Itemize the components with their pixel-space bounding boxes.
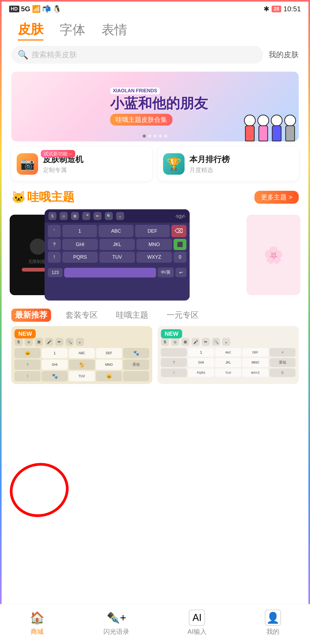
kb-key-abc[interactable]: ABC	[99, 225, 133, 237]
flower-keyboard-preview: 🌸	[247, 215, 300, 295]
skin-card-2-badge: NEW	[161, 329, 182, 338]
sk2-icon-s: S	[161, 338, 169, 346]
sk1-key-1: 1	[42, 348, 68, 358]
skin-maker-card[interactable]: 📷 皮肤制造机 定制专属 试试新功能～	[11, 147, 152, 181]
more-themes-button[interactable]: 更多主题 >	[254, 191, 299, 204]
sk2-row-bot: ! PQRS TUV WXYZ 0	[161, 368, 295, 377]
search-row: 🔍 搜索精美皮肤 我的皮肤	[2, 43, 308, 69]
sub-tab-waohao[interactable]: 哇哦主题	[112, 309, 152, 322]
monthly-chart-card[interactable]: 🏆 本月排行榜 月度精选	[158, 147, 299, 181]
sub-tab-yiyuan[interactable]: 一元专区	[163, 309, 203, 322]
sk2-key-back: ×	[269, 348, 295, 357]
tab-skin[interactable]: 皮肤	[18, 21, 44, 41]
monthly-chart-icon: 🏆	[163, 153, 185, 175]
sk2-key-tuv: TUV	[215, 368, 241, 377]
sk1-icon-down: ⌄	[76, 338, 84, 346]
sk2-key-q: ?	[161, 358, 187, 367]
purple-kb-body: ' 1 ABC DEF ⌫ ? GHI JKL MNO ⬛ !	[45, 223, 190, 266]
kb-space[interactable]	[64, 268, 156, 277]
search-box[interactable]: 🔍 搜索精美皮肤	[11, 46, 263, 64]
kb-key-q[interactable]: ?	[48, 239, 61, 250]
sk1-icon-pen: ✏	[55, 338, 63, 346]
sk1-row-bot: ! 🐾 TUV 😸	[15, 371, 149, 381]
red-circle-annotation	[4, 456, 75, 524]
kb-key-tuv[interactable]: TUV	[99, 252, 135, 263]
sk1-icon-emoji: ☺	[25, 338, 33, 346]
banner[interactable]: XIAOLAN FRIENDS 小蓝和他的朋友 哇哦主题皮肤合集	[11, 72, 299, 141]
kb-key-0[interactable]: 0	[174, 252, 186, 263]
skin-maker-subtitle: 定制专属	[43, 166, 83, 174]
skin-card-1[interactable]: NEW S ☺ ⊞ 🎤 ✏ 🔍 ⌄ 🐱 1 ABC DEF	[11, 326, 152, 384]
nav-my-label: 我的	[266, 627, 279, 636]
sk1-key-ghi: GHI	[42, 360, 68, 370]
skin-maker-badge: 试试新功能～	[41, 150, 75, 158]
kb-icon-s: S	[48, 212, 56, 220]
waohao-title-main: 哇哦主题	[27, 189, 74, 205]
kb-key-lang[interactable]: 中/英	[158, 268, 174, 277]
search-placeholder: 搜索精美皮肤	[32, 50, 77, 60]
nav-flash-quote[interactable]: ✒️+ 闪光语录	[103, 610, 129, 636]
nav-shop[interactable]: 🏠 商城	[29, 610, 45, 636]
kb-row-1: ' 1 ABC DEF ⌫	[48, 225, 186, 237]
skin-card-1-badge: NEW	[15, 329, 36, 338]
bottom-nav: 🏠 商城 ✒️+ 闪光语录 AI AI输入 👤 我的	[0, 604, 310, 644]
waohao-title: 🐱 哇哦主题	[11, 189, 74, 205]
waohao-section-header: 🐱 哇哦主题 更多主题 >	[2, 186, 308, 209]
kb-key-excl[interactable]: !	[48, 252, 61, 263]
purple-keyboard-preview: S ☺ ⊞ 🎤 ✏ 🔍 ⌄ ·sgyi· ' 1 ABC	[45, 209, 190, 301]
kb-key-mno[interactable]: MNO	[136, 239, 172, 250]
kb-icon-mic: 🎤	[82, 212, 90, 220]
sk2-key-wxyz: WXYZ	[242, 368, 268, 377]
purple-kb-icons: S ☺ ⊞ 🎤 ✏ 🔍 ⌄	[48, 212, 124, 220]
banner-text: XIAOLAN FRIENDS 小蓝和他的朋友 哇哦主题皮肤合集	[102, 82, 208, 131]
sk1-key-mno: MNO	[96, 360, 122, 370]
sk1-icon-grid: ⊞	[35, 338, 43, 346]
search-icon: 🔍	[18, 50, 28, 60]
sk2-icon-mic: 🎤	[192, 338, 200, 346]
tab-font[interactable]: 字体	[60, 21, 85, 40]
kb-key-def[interactable]: DEF	[135, 225, 170, 237]
status-left: HD 5G 📶 📬 🐧	[9, 5, 61, 13]
nav-my-icon: 👤	[265, 610, 281, 626]
tab-emoji[interactable]: 表情	[102, 21, 127, 40]
notification-icons: 📬 🐧	[42, 5, 61, 13]
sk2-key-def: DEF	[242, 348, 268, 357]
nav-ai-label: AI输入	[188, 627, 207, 636]
sub-tab-latest[interactable]: 最新推荐	[11, 309, 51, 322]
kb-key-quote[interactable]: '	[48, 225, 61, 237]
kb-key-ghi[interactable]: GHI	[62, 239, 98, 250]
banner-characters	[244, 115, 296, 141]
time-display: 10:51	[283, 5, 301, 13]
sk1-row-top: 🐱 1 ABC DEF 🐾	[15, 348, 149, 358]
monthly-chart-title: 本月排行榜	[189, 154, 230, 165]
kb-key-wxyz[interactable]: WXYZ	[136, 252, 172, 263]
sk2-icon-search: 🔍	[212, 338, 220, 346]
nav-ai-input[interactable]: AI AI输入	[188, 610, 207, 636]
kb-key-123[interactable]: 123	[48, 268, 63, 277]
sk2-key-abc: AbC	[215, 348, 241, 357]
sk2-key-mno: MNO	[242, 358, 268, 367]
keyboard-preview-section: 无限制造 / S ☺ ⊞ 🎤 ✏ 🔍 ⌄ ·sgyi·	[10, 209, 300, 301]
kb-key-backspace[interactable]: ⌫	[171, 225, 186, 237]
banner-title: 小蓝和他的朋友	[110, 96, 208, 111]
kb-key-enter[interactable]: ↩	[175, 268, 186, 277]
sub-tab-bundle[interactable]: 套装专区	[62, 309, 102, 322]
sub-tabs: 最新推荐 套装专区 哇哦主题 一元专区	[2, 306, 308, 326]
my-skin-button[interactable]: 我的皮肤	[269, 50, 299, 60]
sk1-icon-s: S	[15, 338, 23, 346]
sk1-key-excl: !	[15, 371, 41, 381]
hd-badge: HD	[9, 6, 19, 12]
sk1-key-deco: 重输	[123, 360, 149, 370]
sk2-key-deco2: 重输	[269, 358, 295, 367]
sk2-row-top: 1 AbC DEF ×	[161, 348, 295, 357]
kb-key-jkl[interactable]: JKL	[99, 239, 135, 250]
kb-key-1[interactable]: 1	[62, 225, 97, 237]
nav-my[interactable]: 👤 我的	[265, 610, 281, 636]
nav-ai-icon: AI	[189, 610, 205, 626]
skin-card-2[interactable]: NEW S ☺ ⊞ 🎤 ✏ 🔍 ⌄ 1 AbC DEF ×	[158, 326, 299, 384]
bluetooth-icon: ✱	[264, 5, 269, 13]
sk1-key-def: DEF	[96, 348, 122, 358]
sk1-key-tuv: TUV	[69, 371, 95, 381]
kb-key-pqrs[interactable]: PQRS	[62, 252, 98, 263]
kb-key-green[interactable]: ⬛	[174, 239, 186, 250]
